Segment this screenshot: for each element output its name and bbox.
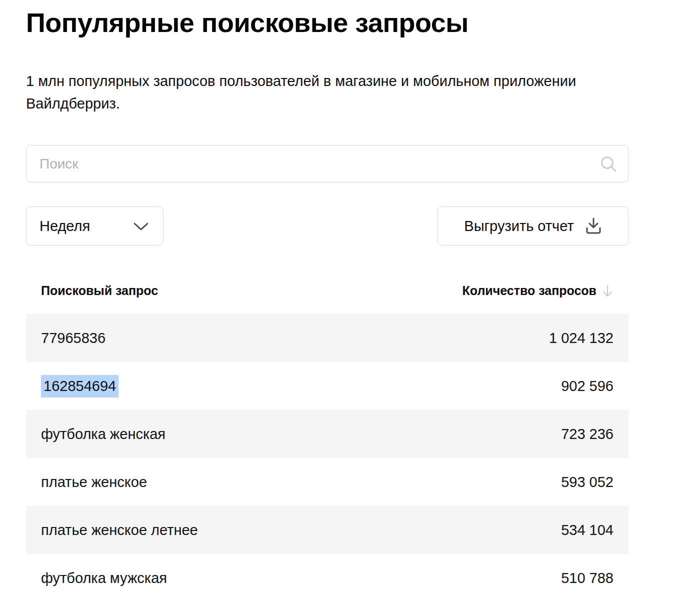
sort-desc-arrow-icon	[602, 284, 614, 298]
popular-queries-page: Популярные поисковые запросы 1 млн попул…	[0, 0, 628, 600]
table-controls: Неделя Выгрузить отчет	[26, 206, 628, 246]
table-row: 162854694 902 596	[26, 362, 628, 410]
count-cell: 723 236	[561, 426, 614, 442]
query-cell: платье женское	[41, 474, 147, 490]
table-row: платье женское летнее 534 104	[26, 506, 628, 554]
query-cell-selected-text: 162854694	[41, 375, 118, 398]
search-box	[26, 145, 628, 182]
count-cell: 593 052	[561, 474, 614, 490]
table-row: футболка мужская 510 788	[26, 554, 628, 600]
count-cell: 1 024 132	[549, 330, 614, 346]
page-description: 1 млн популярных запросов пользователей …	[26, 70, 586, 115]
column-header-query: Поисковый запрос	[41, 284, 158, 298]
table-header: Поисковый запрос Количество запросов	[26, 284, 628, 298]
chevron-down-icon	[133, 218, 149, 234]
period-dropdown[interactable]: Неделя	[26, 206, 164, 246]
queries-table: Поисковый запрос Количество запросов 779…	[26, 284, 628, 600]
search-input[interactable]	[26, 145, 628, 182]
count-cell: 534 104	[561, 522, 614, 538]
column-header-count-label: Количество запросов	[462, 284, 596, 298]
export-report-label: Выгрузить отчет	[464, 218, 574, 234]
table-row: 77965836 1 024 132	[26, 314, 628, 362]
count-cell: 902 596	[561, 378, 614, 394]
table-row: платье женское 593 052	[26, 458, 628, 506]
count-cell: 510 788	[561, 570, 614, 586]
column-header-count[interactable]: Количество запросов	[462, 284, 614, 298]
export-report-button[interactable]: Выгрузить отчет	[438, 206, 628, 246]
query-cell: футболка мужская	[41, 570, 167, 586]
query-cell: футболка женская	[41, 426, 166, 442]
query-cell: платье женское летнее	[41, 522, 198, 538]
download-icon	[585, 217, 602, 235]
search-icon	[598, 153, 620, 175]
page-title: Популярные поисковые запросы	[26, 7, 628, 38]
period-dropdown-value: Неделя	[40, 218, 90, 234]
query-cell: 77965836	[41, 330, 106, 346]
table-row: футболка женская 723 236	[26, 410, 628, 458]
